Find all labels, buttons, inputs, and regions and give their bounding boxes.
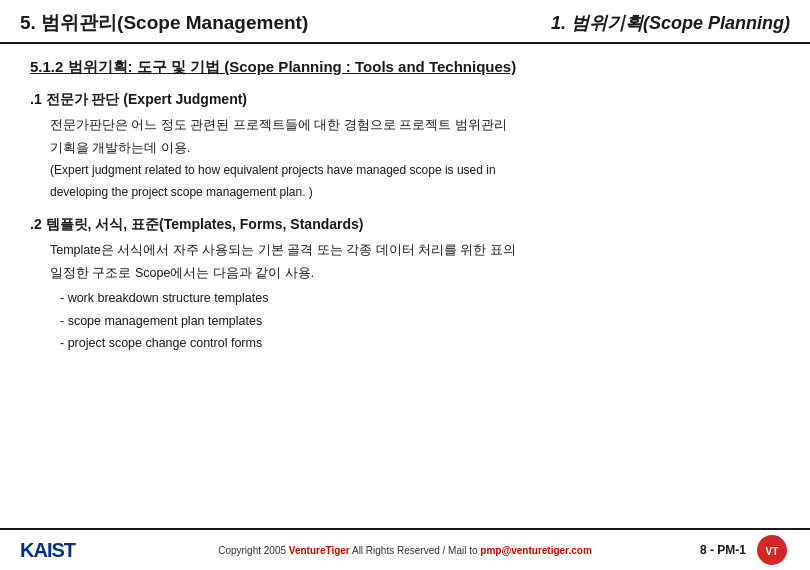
footer-logo-left: KAIST [20,539,75,562]
subsection1-korean-line2: 기획을 개발하는데 이용. [50,138,780,158]
subsection1: .1 전문가 판단 (Expert Judgment) 전문가판단은 어느 정도… [30,91,780,202]
bullet-item-2: project scope change control forms [60,332,780,355]
bullet-item-0: work breakdown structure templates [60,287,780,310]
subsection1-title: .1 전문가 판단 (Expert Judgment) [30,91,780,109]
venture-tiger-icon: VT [754,534,790,566]
header-title-left: 5. 범위관리(Scope Management) [20,10,308,36]
page-number: 8 - PM-1 [700,543,746,557]
subsection2-korean-line1: Template은 서식에서 자주 사용되는 기본 골격 또는 각종 데이터 처… [50,240,780,260]
footer-brand: VentureTiger [289,545,350,556]
header: 5. 범위관리(Scope Management) 1. 범위기획(Scope … [0,0,810,44]
footer: KAIST Copyright 2005 VentureTiger All Ri… [0,528,810,570]
subsection1-korean-line1: 전문가판단은 어느 정도 관련된 프로젝트들에 대한 경험으로 프로젝트 범위관… [50,115,780,135]
main-content: 5.1.2 범위기획: 도구 및 기법 (Scope Planning : To… [0,44,810,528]
footer-email: pmp@venturetiger.com [480,545,591,556]
svg-text:VT: VT [766,546,779,557]
subsection1-english-line2: developing the project scope management … [50,183,780,202]
bullet-list: work breakdown structure templatesscope … [60,287,780,355]
bullet-item-1: scope management plan templates [60,310,780,333]
section-title: 5.1.2 범위기획: 도구 및 기법 (Scope Planning : To… [30,58,780,77]
subsection2-title: .2 템플릿, 서식, 표준(Templates, Forms, Standar… [30,216,780,234]
header-title-right: 1. 범위기획(Scope Planning) [551,11,790,35]
subsection1-english-line1: (Expert judgment related to how equivale… [50,161,780,180]
subsection2-korean-line2: 일정한 구조로 Scope에서는 다음과 같이 사용. [50,263,780,283]
kaist-logo: KAIST [20,539,75,562]
footer-right: 8 - PM-1 VT [700,534,790,566]
footer-copyright: Copyright 2005 VentureTiger All Rights R… [218,545,592,556]
subsection2: .2 템플릿, 서식, 표준(Templates, Forms, Standar… [30,216,780,355]
